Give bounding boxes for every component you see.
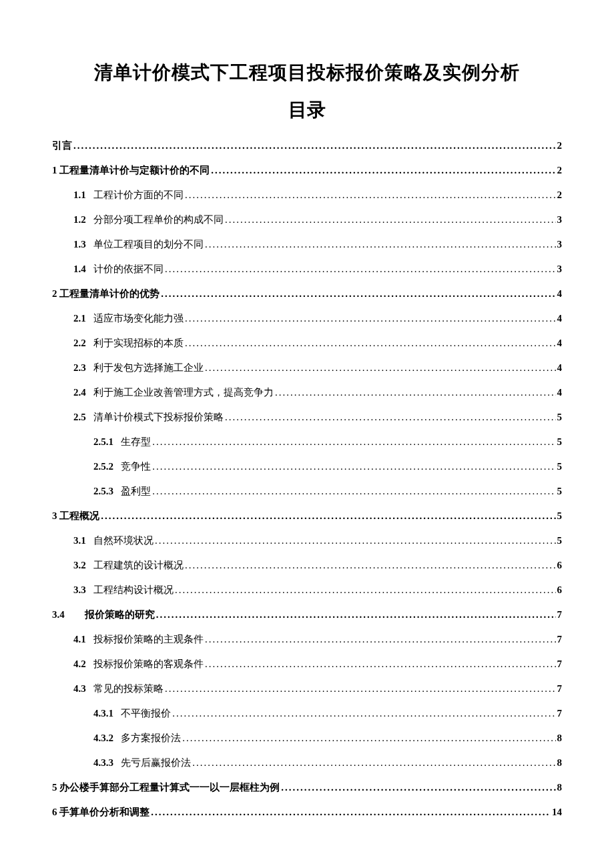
- toc-label: 工程结构设计概况: [93, 583, 174, 597]
- toc-number: 2.5.2: [93, 460, 121, 474]
- toc-leader-dots: [152, 484, 555, 498]
- toc-page-number: 3: [557, 213, 563, 227]
- toc-page-number: 2: [557, 139, 563, 153]
- toc-entry: 1.4 计价的依据不同3: [52, 262, 562, 276]
- toc-label: 计价的依据不同: [93, 262, 164, 276]
- toc-entry: 4.3.3 先亏后赢报价法8: [52, 756, 562, 770]
- toc-leader-dots: [205, 657, 556, 671]
- toc-entry: 3.2 工程建筑的设计概况6: [52, 558, 562, 572]
- toc-leader-dots: [205, 238, 556, 252]
- toc-page-number: 5: [557, 435, 563, 449]
- toc-entry: 2 工程量清单计价的优势4: [52, 287, 562, 301]
- toc-entry: 2.3 利于发包方选择施工企业4: [52, 361, 562, 375]
- toc-number: 6: [52, 805, 59, 819]
- toc-number: 4.1: [73, 632, 93, 646]
- toc-leader-dots: [73, 139, 556, 153]
- toc-number: 2.3: [73, 361, 93, 375]
- toc-page-number: 5: [557, 534, 563, 548]
- toc-label: 报价策略的研究: [85, 608, 155, 622]
- toc-number: 1.4: [73, 262, 93, 276]
- toc-number: 4.3: [73, 682, 93, 696]
- toc-page-number: 6: [557, 583, 563, 597]
- toc-page-number: 7: [557, 608, 563, 622]
- toc-entry: 引言2: [52, 139, 562, 153]
- toc-entry: 4.3.1 不平衡报价7: [52, 707, 562, 721]
- toc-entry: 4.3.2 多方案报价法8: [52, 731, 562, 745]
- toc-number: 3.1: [73, 534, 93, 548]
- toc-page-number: 2: [557, 163, 563, 177]
- toc-page-number: 4: [557, 287, 563, 301]
- toc-number: 2.5.3: [93, 484, 121, 498]
- toc-number: 4.3.2: [93, 731, 121, 745]
- toc-page-number: 8: [557, 731, 563, 745]
- toc-leader-dots: [275, 386, 556, 400]
- toc-page-number: 5: [557, 410, 563, 424]
- toc-leader-dots: [161, 287, 555, 301]
- toc-leader-dots: [151, 805, 551, 819]
- toc-number: 3.4: [52, 608, 85, 622]
- toc-label: 利于发包方选择施工企业: [93, 361, 204, 375]
- toc-label: 常见的投标策略: [93, 682, 164, 696]
- toc-page-number: 3: [557, 238, 563, 252]
- toc-entry: 2.5.3 盈利型5: [52, 484, 562, 498]
- toc-entry: 6 手算单价分析和调整14: [52, 805, 562, 819]
- toc-entry: 1.2 分部分项工程单价的构成不同3: [52, 213, 562, 227]
- toc-page-number: 3: [557, 262, 563, 276]
- toc-entry: 2.5.2 竞争性5: [52, 460, 562, 474]
- toc-number: 3: [52, 509, 59, 523]
- toc-leader-dots: [205, 632, 556, 646]
- toc-entry: 2.5 清单计价模式下投标报价策略5: [52, 410, 562, 424]
- toc-number: 1.1: [73, 188, 93, 202]
- toc-number: 2: [52, 287, 59, 301]
- toc-leader-dots: [156, 608, 556, 622]
- toc-entry: 2.2 利于实现招标的本质4: [52, 336, 562, 350]
- toc-page-number: 7: [557, 707, 563, 721]
- toc-page-number: 14: [552, 805, 562, 819]
- toc-entry: 2.5.1 生存型5: [52, 435, 562, 449]
- toc-page-number: 5: [557, 484, 563, 498]
- toc-entry: 4.1 投标报价策略的主观条件7: [52, 632, 562, 646]
- toc-entry: 1 工程量清单计价与定额计价的不同2: [52, 163, 562, 177]
- toc-entry: 3.1 自然环境状况5: [52, 534, 562, 548]
- toc-leader-dots: [182, 731, 555, 745]
- toc-label: 先亏后赢报价法: [121, 756, 191, 770]
- toc-leader-dots: [172, 707, 555, 721]
- toc-number: 2.2: [73, 336, 93, 350]
- toc-page-number: 5: [557, 460, 563, 474]
- toc-leader-dots: [185, 312, 556, 326]
- toc-leader-dots: [152, 435, 555, 449]
- toc-label: 利于施工企业改善管理方式，提高竞争力: [93, 386, 274, 400]
- toc-page-number: 8: [557, 756, 563, 770]
- toc-label: 引言: [52, 139, 72, 153]
- toc-number: 4.3.1: [93, 707, 121, 721]
- toc-number: 4.2: [73, 657, 93, 671]
- toc-leader-dots: [225, 213, 556, 227]
- document-title: 清单计价模式下工程项目投标报价策略及实例分析: [52, 60, 562, 85]
- toc-label: 手算单价分析和调整: [59, 805, 149, 819]
- toc-page-number: 6: [557, 558, 563, 572]
- toc-label: 投标报价策略的客观条件: [93, 657, 204, 671]
- toc-page-number: 4: [557, 386, 563, 400]
- toc-entry: 3.4 报价策略的研究7: [52, 608, 562, 622]
- toc-leader-dots: [185, 336, 556, 350]
- toc-number: 1.3: [73, 238, 93, 252]
- toc-entry: 1.3 单位工程项目的划分不同3: [52, 238, 562, 252]
- toc-leader-dots: [101, 509, 555, 523]
- toc-page-number: 7: [557, 632, 563, 646]
- toc-entry: 3.3 工程结构设计概况6: [52, 583, 562, 597]
- toc-label: 工程量清单计价的优势: [59, 287, 160, 301]
- toc-label: 利于实现招标的本质: [93, 336, 184, 350]
- toc-leader-dots: [192, 756, 555, 770]
- toc-label: 适应市场变化能力强: [93, 312, 184, 326]
- toc-number: 2.5.1: [93, 435, 121, 449]
- toc-entry: 2.4 利于施工企业改善管理方式，提高竞争力4: [52, 386, 562, 400]
- toc-label: 生存型: [121, 435, 151, 449]
- toc-leader-dots: [185, 188, 556, 202]
- toc-label: 单位工程项目的划分不同: [93, 238, 204, 252]
- toc-label: 多方案报价法: [121, 731, 181, 745]
- toc-page-number: 2: [557, 188, 563, 202]
- toc-label: 办公楼手算部分工程量计算式一一以一层框柱为例: [59, 781, 280, 795]
- toc-number: 2.1: [73, 312, 93, 326]
- toc-label: 竞争性: [121, 460, 151, 474]
- toc-page-number: 4: [557, 336, 563, 350]
